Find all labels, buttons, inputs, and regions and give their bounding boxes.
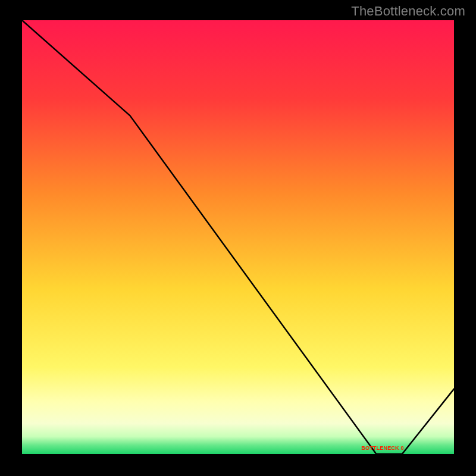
bottleneck-annotation: BOTTLENECK 0: [361, 445, 403, 451]
chart-background: [22, 20, 454, 454]
watermark-text: TheBottleneck.com: [351, 4, 465, 19]
chart-canvas: TheBottleneck.com BOTTLENECK 0: [0, 0, 476, 476]
plot-area: BOTTLENECK 0: [20, 20, 456, 456]
chart-svg: [22, 20, 454, 454]
